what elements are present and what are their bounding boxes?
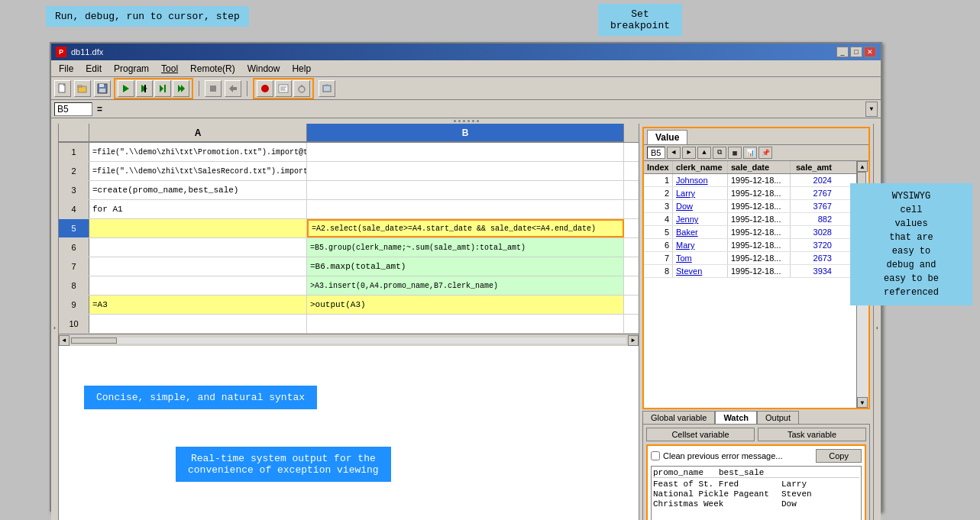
cell-clerk[interactable]: Larry: [673, 187, 728, 199]
cell-b10[interactable]: [307, 315, 624, 333]
task-variable-button[interactable]: Task variable: [758, 428, 866, 441]
svg-rect-22: [323, 86, 331, 92]
breakpoint-list-button[interactable]: [275, 80, 292, 97]
cell-a7[interactable]: [89, 257, 307, 276]
cell-a1[interactable]: =file(".\\demo\zhi\txt\Promotion.txt").i…: [89, 143, 307, 161]
scroll-track-h: [71, 338, 626, 344]
title-bar: P db11.dfx _ □ ✕: [51, 44, 881, 60]
svg-point-15: [261, 85, 269, 92]
cell-amount: 2767: [791, 187, 835, 199]
value-grid-button[interactable]: ▦: [728, 147, 742, 159]
scroll-left-button[interactable]: ◄: [59, 335, 70, 346]
value-grid-row: 3 Dow 1995-12-18... 3767: [644, 200, 856, 213]
cell-a3[interactable]: =create(promo_name,best_sale): [89, 181, 307, 199]
menu-tool[interactable]: Tool: [157, 63, 183, 75]
cell-b8[interactable]: >A3.insert(0,A4.promo_name,B7.clerk_name…: [307, 276, 624, 295]
cell-b3[interactable]: [307, 181, 624, 199]
cell-index: 1: [644, 174, 673, 186]
value-chart-button[interactable]: 📊: [743, 147, 757, 159]
watch-button[interactable]: [293, 80, 310, 97]
continue-button[interactable]: [225, 80, 241, 97]
callout-output: Real-time system output for the convenie…: [176, 447, 391, 482]
menu-file[interactable]: File: [54, 63, 78, 75]
tab-output[interactable]: Output: [757, 411, 799, 424]
value-forward-button[interactable]: ►: [682, 147, 696, 159]
cell-a5[interactable]: [89, 219, 307, 237]
cellset-variable-button[interactable]: Cellset variable: [646, 428, 755, 441]
cell-clerk[interactable]: Mary: [673, 239, 728, 251]
cell-amount: 2673: [791, 252, 835, 264]
cell-clerk[interactable]: Jenny: [673, 213, 728, 225]
stop-button[interactable]: [205, 80, 222, 97]
maximize-button[interactable]: □: [850, 47, 862, 57]
set-breakpoint-button[interactable]: [257, 80, 273, 97]
cell-amount: 882: [791, 213, 835, 225]
cell-b5[interactable]: =A2.select(sale_date>=A4.start_date && s…: [307, 219, 624, 237]
scroll-down-button[interactable]: ▼: [857, 397, 868, 408]
menu-remote[interactable]: Remote(R): [186, 63, 240, 75]
cell-clerk[interactable]: Baker: [673, 226, 728, 238]
menu-program[interactable]: Program: [109, 63, 154, 75]
cell-a8[interactable]: [89, 276, 307, 295]
cell-amount: 3934: [791, 265, 835, 277]
open-button[interactable]: [74, 80, 91, 97]
clean-messages-label: Clean previous error message...: [663, 451, 783, 460]
save-button[interactable]: [94, 80, 111, 97]
scroll-up-button[interactable]: ▲: [857, 161, 868, 172]
run-button[interactable]: [118, 80, 134, 97]
value-up-button[interactable]: ▲: [697, 147, 711, 159]
cell-b2[interactable]: [307, 162, 624, 180]
menu-bar: File Edit Program Tool Remote(R) Window …: [51, 60, 881, 77]
copy-button[interactable]: Copy: [816, 449, 862, 463]
debug-button[interactable]: [136, 80, 153, 97]
cell-index: 6: [644, 239, 673, 251]
cell-clerk[interactable]: Steven: [673, 265, 728, 277]
value-pin-button[interactable]: 📌: [758, 147, 772, 159]
tab-global-variable[interactable]: Global variable: [642, 411, 715, 424]
cell-reference-input[interactable]: [54, 102, 92, 116]
cell-a9[interactable]: =A3: [89, 296, 307, 314]
bottom-content: Cellset variable Task variable Clean pre…: [642, 424, 870, 520]
close-button[interactable]: ✕: [864, 47, 876, 57]
clean-messages-checkbox[interactable]: [651, 451, 660, 460]
output-rows: Feast of St. FredLarryNational Pickle Pa…: [653, 480, 859, 509]
cell-b6[interactable]: =B5.group(clerk_name;~.sum(sale_amt):tot…: [307, 238, 624, 257]
tab-value[interactable]: Value: [647, 130, 687, 144]
cell-clerk[interactable]: Johnson: [673, 174, 728, 186]
table-row: 9 =A3 >output(A3): [59, 296, 639, 315]
scroll-right-button[interactable]: ►: [628, 335, 639, 346]
cell-b7[interactable]: =B6.maxp(total_amt): [307, 257, 624, 276]
value-grid-rows: 1 Johnson 1995-12-18... 2024 2 Larry 199…: [644, 174, 856, 278]
cell-b9[interactable]: >output(A3): [307, 296, 624, 314]
cell-date: 1995-12-18...: [728, 213, 791, 225]
step-button[interactable]: [173, 80, 189, 97]
table-row: 2 =file(".\\demo\zhi\txt\SalesRecord.txt…: [59, 162, 639, 181]
run-cursor-button[interactable]: [154, 80, 171, 97]
new-button[interactable]: [54, 80, 71, 97]
cell-b1[interactable]: [307, 143, 624, 161]
unknown-button[interactable]: [319, 80, 335, 97]
menu-window[interactable]: Window: [243, 63, 285, 75]
cell-a2[interactable]: =file(".\\demo\zhi\txt\SalesRecord.txt")…: [89, 162, 307, 180]
left-collapse[interactable]: ›: [51, 124, 59, 520]
menu-edit[interactable]: Edit: [81, 63, 106, 75]
cell-amount: 3720: [791, 239, 835, 251]
value-back-button[interactable]: ◄: [667, 147, 681, 159]
scroll-thumb-h[interactable]: [71, 338, 117, 344]
horizontal-scrollbar[interactable]: ◄ ►: [59, 334, 639, 346]
value-copy-button[interactable]: ⧉: [713, 147, 726, 159]
minimize-button[interactable]: _: [836, 47, 849, 57]
cell-clerk[interactable]: Tom: [673, 252, 728, 264]
formula-scroll-down[interactable]: ▼: [865, 102, 878, 117]
cell-amount: 2024: [791, 174, 835, 186]
menu-help[interactable]: Help: [287, 63, 315, 75]
cell-a10[interactable]: [89, 315, 307, 333]
cell-a6[interactable]: [89, 238, 307, 257]
table-row: 7 =B6.maxp(total_amt): [59, 257, 639, 276]
cell-clerk[interactable]: Dow: [673, 200, 728, 212]
formula-input[interactable]: =A2.select(sale_date>=A4.start_date && s…: [107, 104, 861, 115]
tab-watch[interactable]: Watch: [715, 411, 757, 424]
cell-a4[interactable]: for A1: [89, 200, 307, 218]
cell-date: 1995-12-18...: [728, 187, 791, 199]
cell-b4[interactable]: [307, 200, 624, 218]
